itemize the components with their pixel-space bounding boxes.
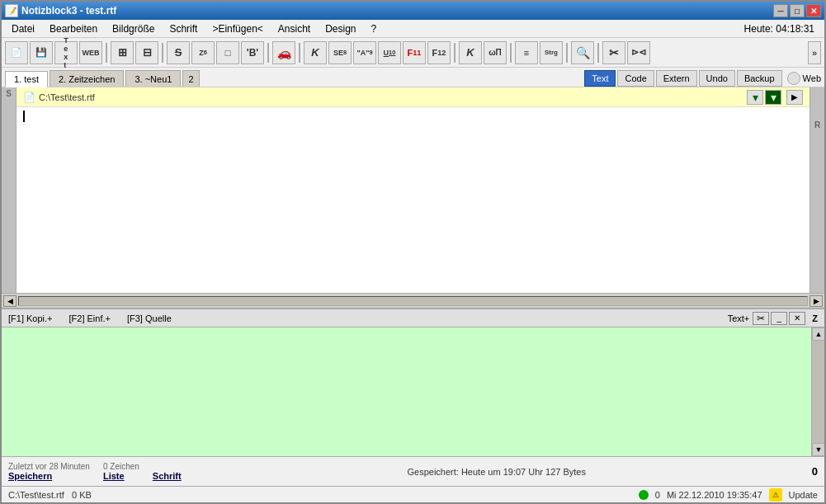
car-icon-button[interactable]: 🚗	[272, 41, 295, 64]
bottom-datetime: Mi 22.12.2010 19:35:47	[667, 490, 762, 500]
f12-button[interactable]: F12	[427, 41, 451, 64]
arrow-down-1[interactable]: ▾	[747, 90, 763, 105]
menu-ansicht[interactable]: Ansicht	[271, 21, 317, 36]
maximize-button[interactable]: □	[790, 4, 805, 17]
f3-quelle-button[interactable]: [F3] Quelle	[124, 313, 175, 323]
right-margin-r: R	[814, 120, 820, 130]
extern-button[interactable]: Extern	[656, 70, 697, 87]
bottom-panel-inner: ▲ ▼	[2, 327, 824, 456]
radio-web-button[interactable]	[787, 72, 800, 85]
bottom-close-buttons: ✂ _ ✕	[753, 312, 805, 325]
status-font-group: Schrift	[153, 462, 182, 481]
scroll-left-button[interactable]: ◀	[3, 295, 17, 307]
status-bar: Zuletzt vor 28 Minuten Speichern 0 Zeich…	[2, 456, 824, 486]
current-time: Heute: 04:18:31	[744, 23, 821, 35]
menu-help[interactable]: ?	[365, 21, 384, 36]
k2-button[interactable]: K	[459, 41, 482, 64]
search-button[interactable]: 🔍	[571, 41, 594, 64]
z-label[interactable]: Z	[809, 313, 821, 323]
arrows-button[interactable]: ⊳⊲	[627, 41, 650, 64]
list-button-label[interactable]: Liste	[103, 471, 139, 481]
omega-button[interactable]: ωΠ	[484, 41, 507, 64]
bottom-scroll-down[interactable]: ▼	[812, 443, 824, 456]
bold-button[interactable]: 'B'	[241, 41, 264, 64]
insert2-button[interactable]: ⊟	[135, 41, 158, 64]
path-bar: 📄 C:\Test\test.rtf ▾ ▾ ▶	[17, 87, 809, 107]
box-button[interactable]: □	[216, 41, 239, 64]
f2-einf-button[interactable]: [F2] Einf.+	[66, 313, 114, 323]
tab-2-zeitzeichen[interactable]: 2. Zeitzeichen	[50, 70, 124, 87]
new-button[interactable]: 📄	[5, 41, 28, 64]
strikethrough-button[interactable]: S	[167, 41, 190, 64]
box2-button[interactable]: "A"9	[353, 41, 376, 64]
bottom-scroll-track[interactable]	[812, 341, 824, 443]
bottom-scroll-up[interactable]: ▲	[812, 327, 824, 341]
tb-sep5	[454, 43, 455, 63]
bottom-counter: 0	[655, 490, 660, 500]
update-label[interactable]: Update	[789, 490, 818, 500]
underline-button[interactable]: U10	[378, 41, 401, 64]
se-button[interactable]: SE8	[328, 41, 352, 64]
update-icon[interactable]: ⚠	[769, 488, 782, 502]
insert1-button[interactable]: ⊞	[111, 41, 134, 64]
web-label[interactable]: Web	[803, 73, 821, 83]
text-mode-button[interactable]: Text	[584, 70, 616, 87]
menu-design[interactable]: Design	[319, 21, 362, 36]
path-arrows: ▾ ▾	[747, 90, 781, 105]
save-button[interactable]: 💾	[30, 41, 53, 64]
tab-1-test[interactable]: 1. test	[5, 71, 48, 87]
save-button-label[interactable]: Speichern	[8, 471, 90, 481]
strg-button[interactable]: Strg	[540, 41, 563, 64]
text-button[interactable]: Text	[54, 41, 78, 64]
status-dot-green	[639, 490, 649, 500]
text-plus-label: Text+	[728, 313, 750, 323]
left-margin-s: S	[6, 89, 12, 98]
tab-3-neu1[interactable]: 3. ~Neu1	[125, 70, 181, 87]
titlebar-left: 📝 Notizblock3 - test.rtf	[5, 4, 116, 17]
tb-sep6	[510, 43, 512, 63]
chars-label: 0 Zeichen	[103, 462, 139, 471]
bottom-path-text: C:\Test\test.rtf	[8, 490, 64, 500]
backup-button[interactable]: Backup	[737, 70, 782, 87]
editor-text-area[interactable]	[17, 107, 809, 293]
menu-einfuegen[interactable]: >Einfügen<	[205, 21, 269, 36]
bottom-content-area[interactable]	[2, 327, 811, 456]
main-window: 📝 Notizblock3 - test.rtf ─ □ ✕ Datei Bea…	[0, 0, 826, 504]
font-button-label[interactable]: Schrift	[153, 471, 182, 481]
scissors-button[interactable]: ✂	[602, 41, 625, 64]
more-button[interactable]: »	[808, 41, 821, 64]
expand-arrow[interactable]: ▶	[786, 90, 803, 105]
bottom-size-text: 0 KB	[72, 490, 92, 500]
lines-button[interactable]: ≡	[515, 41, 538, 64]
menu-datei[interactable]: Datei	[5, 21, 41, 36]
titlebar: 📝 Notizblock3 - test.rtf ─ □ ✕	[2, 2, 824, 20]
scroll-right-button[interactable]: ▶	[809, 295, 823, 307]
content-area: S 📄 C:\Test\test.rtf ▾ ▾ ▶ R	[2, 87, 824, 456]
menu-bearbeiten[interactable]: Bearbeiten	[43, 21, 104, 36]
scroll-track[interactable]	[18, 296, 808, 306]
left-margin: S	[2, 87, 17, 293]
right-margin: R	[809, 87, 824, 293]
app-icon: 📝	[5, 4, 18, 17]
code-mode-button[interactable]: Code	[617, 70, 654, 87]
tab-2-extra[interactable]: 2	[182, 70, 199, 87]
bottom-panel: [F1] Kopi.+ [F2] Einf.+ [F3] Quelle Text…	[2, 308, 824, 456]
arrow-down-2[interactable]: ▾	[765, 90, 781, 105]
web-button[interactable]: WEB	[79, 41, 102, 64]
close-button[interactable]: ✕	[806, 4, 821, 17]
menu-schrift[interactable]: Schrift	[163, 21, 204, 36]
undo-button[interactable]: Undo	[699, 70, 735, 87]
cut-button[interactable]: ✂	[753, 312, 769, 325]
panel-close-button[interactable]: ✕	[789, 312, 805, 325]
k-button[interactable]: K	[304, 41, 327, 64]
file-path: C:\Test\test.rtf	[39, 92, 95, 102]
f11-button[interactable]: F11	[403, 41, 426, 64]
menu-bildgroesse[interactable]: Bildgröße	[106, 21, 161, 36]
tb-sep1	[106, 43, 107, 63]
bottom-status-bar: C:\Test\test.rtf 0 KB 0 Mi 22.12.2010 19…	[2, 486, 824, 502]
bottom-scrollbar: ▲ ▼	[811, 327, 824, 456]
underscore-button[interactable]: _	[771, 312, 787, 325]
z6-button[interactable]: Z6	[191, 41, 215, 64]
minimize-button[interactable]: ─	[773, 4, 788, 17]
f1-kopi-button[interactable]: [F1] Kopi.+	[5, 313, 56, 323]
